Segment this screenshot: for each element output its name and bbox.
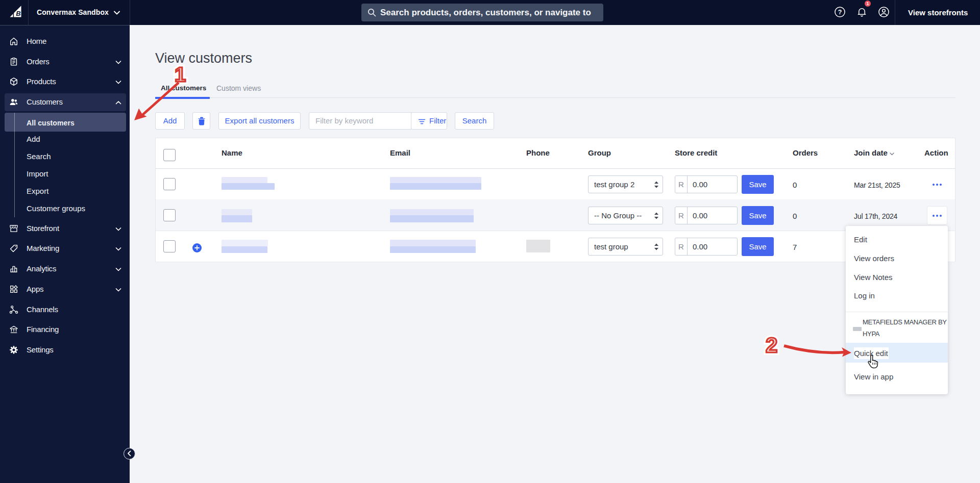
svg-text:1: 1 bbox=[175, 63, 186, 86]
svg-text:2: 2 bbox=[766, 333, 777, 357]
